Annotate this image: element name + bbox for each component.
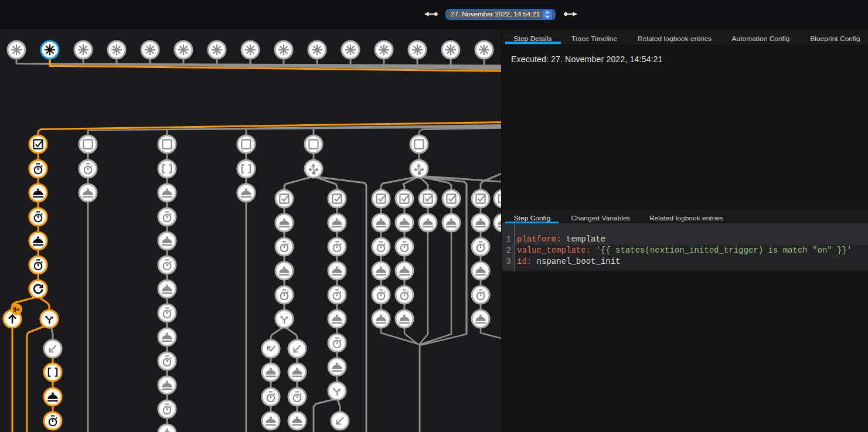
svg-text:9+: 9+	[13, 306, 20, 313]
